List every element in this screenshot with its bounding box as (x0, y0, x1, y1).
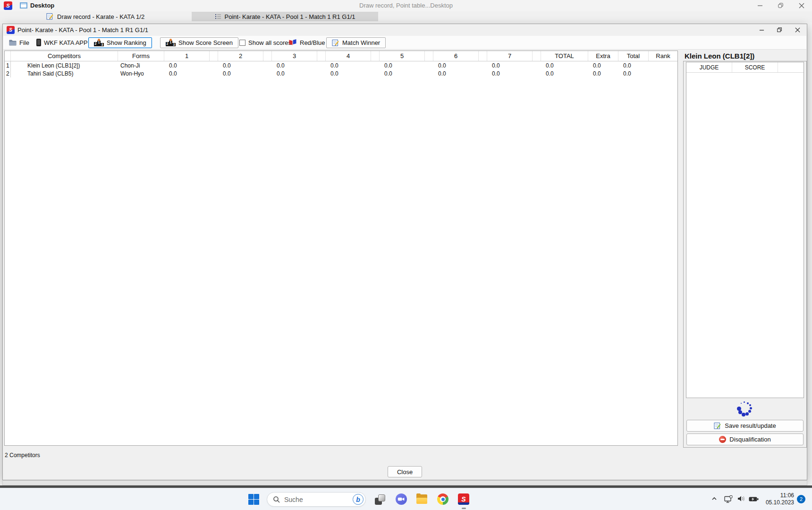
karate-app-button[interactable]: S (458, 493, 469, 505)
folder-icon (9, 39, 17, 46)
chat-button[interactable] (396, 493, 407, 505)
score-1: 0.0 (164, 70, 210, 77)
col-judge-6[interactable]: 6 (433, 51, 479, 61)
total-value: 0.0 (618, 70, 649, 77)
karate-app-icon: S (461, 495, 465, 503)
app-close-icon[interactable] (794, 26, 801, 34)
judge-column-header[interactable]: JUDGE (686, 62, 732, 72)
score-2: 0.0 (218, 70, 263, 77)
no-entry-icon (719, 436, 726, 443)
tab-point-table-label: Point- Karate - KATA - Pool 1 - Match 1 … (225, 13, 355, 20)
judge-panel: Klein Leon (CLB1[2]) JUDGE SCORE (682, 51, 808, 448)
tray-time: 11:06 (758, 492, 794, 499)
phone-icon (36, 39, 41, 46)
app-logo-icon: S (4, 1, 12, 10)
show-score-screen-button[interactable]: 213 Show Score Screen (160, 37, 238, 48)
match-winner-button[interactable]: Match Winner (326, 37, 386, 48)
extra-value: 0.0 (588, 70, 618, 77)
col-forms[interactable]: Forms (118, 51, 164, 61)
match-winner-icon (332, 39, 339, 47)
red-blue-flags-icon (288, 39, 297, 46)
match-winner-label: Match Winner (342, 39, 380, 46)
desktop-window-icon (20, 2, 27, 8)
file-menu[interactable]: File (9, 37, 29, 48)
col-total[interactable]: Total (618, 51, 649, 61)
col-total-caps[interactable]: TOTAL (541, 51, 588, 61)
loading-spinner-icon (737, 401, 753, 417)
col-extra[interactable]: Extra (588, 51, 618, 61)
show-all-scores-checkbox[interactable] (239, 40, 245, 46)
tray-clock[interactable]: 11:06 05.10.2023 (758, 492, 794, 506)
save-result-label: Save result/update (725, 422, 776, 429)
judge-panel-footer: Save result/update Disqualification (684, 399, 806, 447)
close-icon[interactable] (798, 2, 805, 9)
tab-point-table[interactable]: Point- Karate - KATA - Pool 1 - Match 1 … (192, 12, 378, 21)
point-table-icon (215, 13, 221, 20)
wkf-kata-app[interactable]: WKF KATA APP (36, 37, 88, 48)
search-input[interactable] (280, 496, 353, 503)
task-view-button[interactable] (375, 494, 385, 505)
score-6: 0.0 (433, 62, 479, 69)
tray-volume-icon[interactable] (737, 495, 746, 502)
notification-badge[interactable]: 2 (797, 495, 805, 503)
mdi-tab-row: Draw record - Karate - KATA 1/2 Point- K… (0, 11, 812, 22)
score-5: 0.0 (380, 70, 425, 77)
tray-date: 05.10.2023 (758, 499, 794, 506)
col-judge-1[interactable]: 1 (164, 51, 210, 61)
col-judge-5[interactable]: 5 (380, 51, 425, 61)
app-titlebar: S Point- Karate - KATA - Pool 1 - Match … (3, 24, 807, 36)
running-app-indicator (462, 508, 466, 509)
show-all-scores-option: Show all scores (239, 37, 291, 48)
tray-chevron-up-icon[interactable] (711, 495, 718, 502)
judge-panel-box: JUDGE SCORE Save result/update (683, 61, 807, 448)
col-judge-3[interactable]: 3 (272, 51, 317, 61)
desktop-titlebar: S Desktop Draw record, Point table...Des… (0, 0, 812, 11)
table-row[interactable]: 1 Klein Leon (CLB1[2]) Chon-Ji 0.0 0.0 0… (5, 61, 677, 69)
score-7: 0.0 (487, 70, 533, 77)
wkf-kata-app-label: WKF KATA APP (44, 39, 88, 46)
bing-icon[interactable]: b (353, 494, 364, 505)
minimize-icon[interactable] (756, 2, 764, 9)
col-judge-7[interactable]: 7 (487, 51, 533, 61)
start-button[interactable] (248, 494, 259, 505)
disqualification-label: Disqualification (729, 436, 770, 443)
col-judge-4[interactable]: 4 (326, 51, 371, 61)
competitor-name: Tahiri Said (CLB5) (11, 70, 118, 77)
save-result-button[interactable]: Save result/update (686, 420, 804, 432)
save-result-icon (714, 422, 721, 430)
search-icon (273, 496, 280, 503)
col-competitors[interactable]: Competitors (11, 51, 118, 61)
score-column-header[interactable]: SCORE (732, 62, 778, 72)
podium-icon: 213 (166, 39, 176, 46)
podium-icon: 213 (94, 39, 104, 46)
show-ranking-button[interactable]: 213 Show Ranking (88, 37, 152, 48)
score-3: 0.0 (272, 62, 317, 69)
row-number: 1 (5, 61, 11, 69)
total-caps-value: 0.0 (541, 62, 588, 69)
taskbar-search[interactable]: b (267, 492, 366, 507)
disqualification-button[interactable]: Disqualification (686, 434, 804, 445)
total-value: 0.0 (618, 62, 649, 69)
red-blue-option[interactable]: Red/Blue (288, 37, 325, 48)
score-1: 0.0 (164, 62, 210, 69)
app-minimize-icon[interactable] (758, 26, 765, 34)
app-restore-icon[interactable] (776, 26, 783, 34)
close-button[interactable]: Close (388, 466, 422, 477)
score-4: 0.0 (326, 70, 371, 77)
restore-icon[interactable] (777, 2, 785, 9)
show-score-screen-label: Show Score Screen (178, 39, 233, 46)
tray-battery-icon[interactable] (749, 496, 759, 502)
judge-table-header: JUDGE SCORE (686, 62, 804, 73)
competitor-count-status: 2 Competitors (5, 452, 40, 459)
table-row[interactable]: 2 Tahiri Said (CLB5) Won-Hyo 0.0 0.0 0.0… (5, 69, 677, 77)
point-table-window: S Point- Karate - KATA - Pool 1 - Match … (2, 24, 807, 480)
col-rank[interactable]: Rank (649, 51, 677, 61)
video-camera-icon (398, 496, 405, 502)
file-explorer-button[interactable] (416, 494, 427, 504)
judge-score-table: JUDGE SCORE (686, 62, 804, 398)
chrome-button[interactable] (437, 493, 448, 505)
tray-display-icon[interactable] (724, 495, 734, 503)
tab-draw-record[interactable]: Draw record - Karate - KATA 1/2 (42, 12, 148, 21)
judge-panel-title: Klein Leon (CLB1[2]) (682, 51, 808, 61)
col-judge-2[interactable]: 2 (218, 51, 263, 61)
